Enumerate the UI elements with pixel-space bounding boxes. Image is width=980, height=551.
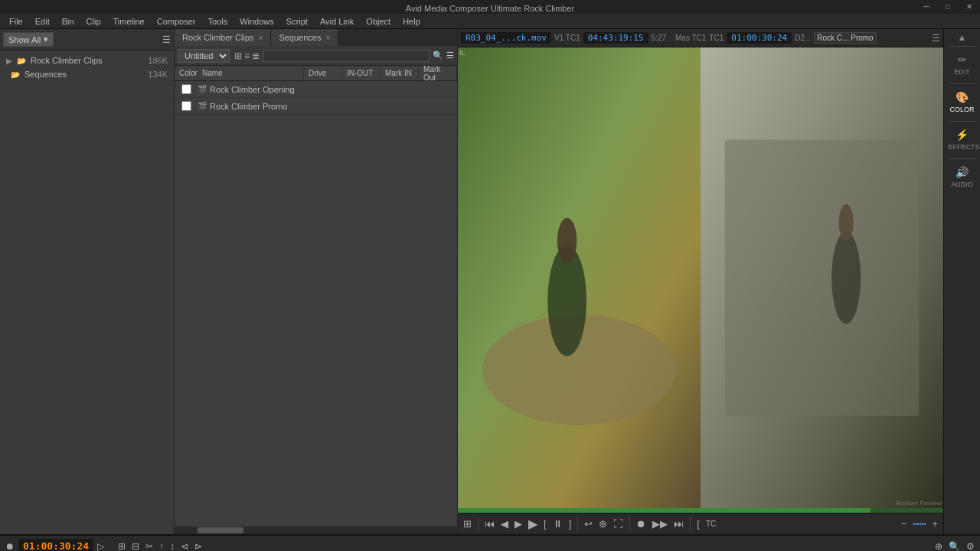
tl-btn-cut[interactable]: ✂ — [143, 540, 155, 552]
clip-color-opening — [175, 84, 198, 94]
main-area: Show All ▾ ☰ ▶ 📂 Rock Climber Clips 186K… — [0, 29, 980, 534]
rs-color-button[interactable]: 🎨 COLOR — [947, 87, 978, 118]
bin-menu-icon[interactable]: ☰ — [446, 51, 454, 60]
show-all-button[interactable]: Show All ▾ — [3, 32, 54, 47]
bin-hscroll-thumb[interactable] — [198, 527, 243, 533]
pb-step-back[interactable]: ⏮ — [482, 517, 497, 531]
pb-playback-right[interactable]: ▶▶ — [650, 517, 670, 531]
preview-sequence-dropdown[interactable]: Rock C... Promo — [814, 32, 876, 44]
title-bar: Avid Media Composer Ultimate Rock Climbe… — [0, 0, 980, 14]
tl-btn-extend[interactable]: ⊳ — [192, 540, 204, 552]
rs-effects-button[interactable]: ⚡ EFFECTS — [947, 125, 978, 155]
clip-checkbox-promo[interactable] — [181, 101, 191, 111]
bin-search-icon[interactable]: 🔍 — [433, 51, 443, 60]
hamburger-icon[interactable]: ☰ — [162, 34, 171, 45]
menu-help[interactable]: Help — [397, 15, 426, 28]
pb-prev-frame[interactable]: ◀ — [498, 517, 511, 531]
pb-mark-out[interactable]: ] — [567, 517, 574, 531]
menu-composer[interactable]: Composer — [151, 15, 202, 28]
clip-icon-opening: 🎬 — [198, 85, 207, 93]
svg-point-7 — [839, 204, 854, 241]
maximize-button[interactable]: □ — [937, 0, 959, 14]
bin-clips-size: 186K — [148, 56, 168, 65]
bin-name-select[interactable]: Untitled — [178, 49, 230, 63]
progress-bar — [458, 508, 943, 513]
pb-snap[interactable]: ⊕ — [596, 517, 609, 531]
bin-list-icon[interactable]: ≡ — [244, 51, 250, 61]
bin-text-icon[interactable]: ≣ — [252, 51, 260, 61]
menu-avidlink[interactable]: Avid Link — [314, 15, 360, 28]
preview-right-track2: TC1 — [709, 34, 724, 42]
preview-top-bar: R03_04_...ck.mov V1 TC1 04:43:19:15 5:27… — [458, 29, 943, 47]
col-header-drive[interactable]: Drive — [304, 66, 342, 80]
pb-tc-input[interactable]: TC — [704, 518, 718, 530]
rs-divider3 — [949, 121, 976, 122]
rs-effects-icon: ⚡ — [949, 128, 976, 142]
bin-row-promo[interactable]: 🎬 Rock Climber Promo — [175, 98, 457, 115]
col-header-markin[interactable]: Mark IN — [381, 66, 419, 80]
menu-bin[interactable]: Bin — [56, 15, 80, 28]
bin-grid-icon[interactable]: ⊞ — [234, 51, 242, 61]
bin-search-input[interactable] — [263, 50, 430, 62]
bin-item-sequences[interactable]: 📂 Sequences 134K — [3, 67, 171, 81]
tl-btn-settings[interactable]: ⚙ — [964, 540, 977, 552]
tab-seq-close[interactable]: × — [325, 34, 330, 42]
col-header-color[interactable]: Color — [175, 66, 198, 80]
menu-file[interactable]: File — [3, 15, 29, 28]
bin-row-opening[interactable]: 🎬 Rock Climber Opening — [175, 81, 457, 98]
bin-hscroll[interactable] — [175, 527, 457, 534]
tl-btn-record[interactable]: ⏺ — [3, 540, 17, 552]
pb-loop[interactable]: ↩ — [582, 517, 595, 531]
tl-btn-play-marker[interactable]: ▷ — [95, 540, 106, 552]
pb-vol-down[interactable]: − — [899, 517, 910, 531]
clip-color-promo — [175, 101, 198, 111]
tl-btn-snap[interactable]: ⊕ — [933, 540, 945, 552]
tab-clips-label: Rock Climber Clips — [182, 33, 254, 42]
bin-seq-size: 134K — [148, 70, 168, 79]
tl-btn-overwrite[interactable]: ⊟ — [129, 540, 142, 552]
col-header-markout[interactable]: Mark Out — [419, 66, 457, 80]
preview-left-fps: 5:27 — [652, 34, 666, 42]
menu-timeline[interactable]: Timeline — [107, 15, 151, 28]
rs-edit-button[interactable]: ✏ EDIT — [947, 50, 978, 80]
menu-edit[interactable]: Edit — [29, 15, 56, 28]
menu-script[interactable]: Script — [280, 15, 314, 28]
svg-point-3 — [557, 218, 577, 264]
menu-object[interactable]: Object — [360, 15, 397, 28]
clip-icon-promo: 🎬 — [198, 102, 207, 110]
pb-mark-clip[interactable]: [ — [694, 517, 702, 531]
tl-btn-extract[interactable]: ↕ — [168, 540, 177, 552]
tab-sequences[interactable]: Sequences × — [271, 29, 338, 46]
clip-checkbox-opening[interactable] — [181, 84, 191, 94]
app-title: Avid Media Composer Ultimate Rock Climbe… — [406, 4, 574, 13]
tl-btn-splice[interactable]: ⊞ — [116, 540, 128, 552]
rs-arrow-up[interactable]: ▲ — [958, 32, 967, 43]
tab-rock-climber-clips[interactable]: Rock Climber Clips × — [175, 29, 271, 46]
pb-next-frame[interactable]: ▶ — [512, 517, 524, 531]
minimize-button[interactable]: ─ — [916, 0, 937, 14]
tl-btn-zoom[interactable]: 🔍 — [946, 540, 962, 552]
bin-clips-name: Rock Climber Clips — [31, 56, 143, 65]
pb-step-fwd[interactable]: ⏭ — [671, 517, 686, 531]
tab-clips-close[interactable]: × — [259, 34, 263, 42]
pb-pause[interactable]: ⏸ — [550, 517, 565, 531]
pb-record[interactable]: ⏺ — [634, 517, 648, 531]
pb-mark-in[interactable]: [ — [541, 517, 549, 531]
rs-audio-button[interactable]: 🔊 AUDIO — [947, 162, 978, 193]
menu-windows[interactable]: Windows — [234, 15, 280, 28]
menu-tools[interactable]: Tools — [201, 15, 234, 28]
preview-bottom-bar: ⊞ ⏮ ◀ ▶ ▶ [ ⏸ ] ↩ ⊕ ⛶ ⏺ ▶▶ ⏭ [ TC − ▪▪▪▪… — [458, 513, 943, 534]
pb-fullscreen[interactable]: ⛶ — [611, 517, 626, 531]
menu-clip[interactable]: Clip — [80, 15, 107, 28]
col-header-name[interactable]: Name — [198, 66, 304, 80]
tl-btn-trim[interactable]: ⊲ — [178, 540, 191, 552]
bin-item-clips[interactable]: ▶ 📂 Rock Climber Clips 186K — [3, 54, 171, 67]
pb-vol-up[interactable]: + — [929, 517, 940, 531]
pb-grid-icon[interactable]: ⊞ — [461, 517, 474, 531]
col-header-inout[interactable]: IN-OUT — [342, 66, 381, 80]
close-button[interactable]: ✕ — [959, 0, 980, 14]
menubar: File Edit Bin Clip Timeline Composer Too… — [0, 14, 980, 29]
pb-play[interactable]: ▶ — [526, 515, 540, 533]
preview-menu-icon[interactable]: ☰ — [932, 33, 940, 44]
tl-btn-lift[interactable]: ↑ — [157, 540, 166, 552]
